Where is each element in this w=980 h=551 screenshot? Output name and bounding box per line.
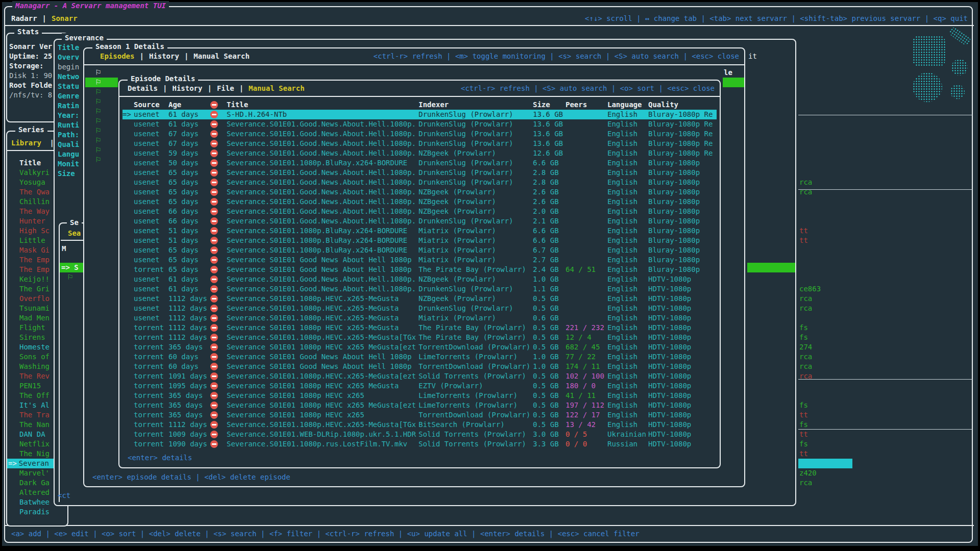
release-row[interactable]: usenet66 daysSeverance.S01E01.Good.News.… <box>122 216 717 226</box>
tab-radarr[interactable]: Radarr <box>11 14 37 22</box>
selected-episode-row-fragment[interactable]: ⚐ <box>85 78 118 87</box>
tab-sonarr[interactable]: Sonarr <box>52 14 78 22</box>
selected-episode-row-right-fragment <box>723 78 744 87</box>
cell-title: Severance.S01E01.Good.News.About.Hell.10… <box>227 187 419 197</box>
release-row[interactable]: torrent60 daysSeverance S01E01 Good News… <box>122 352 717 362</box>
cell-rejected <box>210 430 227 439</box>
release-row[interactable]: torrent1091 daysSeverance.S01E01.1080p.H… <box>122 371 717 381</box>
release-row[interactable]: usenet67 daysSeverance.S01E01.Good.News.… <box>122 139 717 148</box>
tab-season-history[interactable]: History <box>149 52 179 60</box>
release-row[interactable]: usenet67 daysSeverance.S01E01.Good.News.… <box>122 129 717 139</box>
release-row[interactable]: usenet66 daysSeverance.S01E01.Good.News.… <box>122 207 717 216</box>
release-row[interactable]: usenet51 daysSeverance.S01E01.1080p.BluR… <box>122 236 717 245</box>
cell-indexer: Miatrix (Prowlarr) <box>419 255 533 265</box>
cell-indexer: DrunkenSlug (Prowlarr) <box>419 110 533 119</box>
tab-library[interactable]: Library <box>11 139 41 147</box>
cell-title: Severance S01E01 1080p HEVC x265-MeGusta <box>227 323 419 333</box>
rejected-icon <box>210 246 218 254</box>
cell-source: usenet <box>134 178 168 187</box>
release-row[interactable]: usenet65 daysSeverance.S01E01.Good.News.… <box>122 187 717 197</box>
header-source[interactable]: Source <box>134 100 168 110</box>
series-item[interactable]: Paradis <box>7 507 67 517</box>
cell-size: 2.6 GB <box>533 197 566 207</box>
release-row[interactable]: usenet1112 daysSeverance.S01E01.1080p.HE… <box>122 304 717 313</box>
seasons-title-fragment: Se <box>67 218 82 228</box>
release-row[interactable]: usenet61 daysSeverance.S01E01.Good.News.… <box>122 119 717 129</box>
release-row[interactable]: torrent365 daysSeverance S01E01 1080p HE… <box>122 400 717 410</box>
header-peers[interactable]: Peers <box>566 100 607 110</box>
cell-title: Severance S01E01 Good News About Hell 10… <box>227 352 419 362</box>
release-row[interactable]: usenet65 daysSeverance.S01E01.Good.News.… <box>122 178 717 187</box>
cell-source: torrent <box>134 333 168 342</box>
rejected-icon <box>210 411 218 419</box>
release-row[interactable]: torrent1112 daysSeverance S01E01 1080p H… <box>122 323 717 333</box>
release-row[interactable]: usenet61 daysSeverance.S01E01.Good.News.… <box>122 284 717 294</box>
release-row[interactable]: usenet65 daysSeverance.S01E01.Good.News.… <box>122 168 717 178</box>
servarr-tabs: Radarr|Sonarr <box>11 14 78 23</box>
rejected-icon <box>210 111 218 118</box>
cell-size: 1.0 GB <box>533 362 566 371</box>
cell-peers: 180 / 0 <box>566 381 607 391</box>
cell-rejected <box>210 226 227 236</box>
cell-rejected <box>210 284 227 294</box>
header-language[interactable]: Language <box>607 100 648 110</box>
tab-details[interactable]: Details <box>128 84 158 92</box>
header-rejected[interactable] <box>210 100 227 110</box>
cell-age: 365 days <box>168 342 210 352</box>
cell-size: 0.5 GB <box>533 323 566 333</box>
tab-episode-history[interactable]: History <box>172 84 202 92</box>
logo-dot-icon <box>951 59 968 76</box>
season-tabs-divider <box>84 64 744 65</box>
tab-manual-search[interactable]: Manual Search <box>249 84 305 92</box>
release-row[interactable]: torrent1090 daysSeverance.S01E01.1080p.r… <box>122 439 717 449</box>
release-row[interactable]: torrent1112 daysSeverance.S01E01.1080p.H… <box>122 333 717 342</box>
cell-rejected <box>210 410 227 420</box>
cell-quality: Bluray-1080p <box>648 226 717 236</box>
header-title[interactable]: Title <box>227 100 419 110</box>
release-row[interactable]: usenet65 daysSeverance.S01E01.1080p.BluR… <box>122 245 717 255</box>
release-row[interactable]: usenet65 daysSeverance.S01E01.Good.News.… <box>122 197 717 207</box>
release-row[interactable]: usenet1112 daysSeverance.S01E01.1080p.HE… <box>122 294 717 304</box>
release-row[interactable]: torrent1095 daysSeverance S01E01 1080p H… <box>122 381 717 391</box>
rejected-icon <box>210 363 218 370</box>
release-row[interactable]: torrent1009 daysSeverance.S01E01.WEB-DLR… <box>122 430 717 439</box>
severance-label: Monit <box>58 159 84 169</box>
series-item-label: Tsunami <box>19 304 50 312</box>
release-row[interactable]: usenet51 daysSeverance.S01E01.1080p.BluR… <box>122 226 717 236</box>
tab-file[interactable]: File <box>217 84 234 92</box>
series-item-label: Severan <box>19 459 49 467</box>
series-item-label: The Emp <box>19 256 50 264</box>
release-row[interactable]: usenet50 daysSeverance.S01E01.1080p.BluR… <box>122 158 717 168</box>
release-row[interactable]: =>usenet61 daysS-HD.H.264-NTbDrunkenSlug… <box>122 110 717 119</box>
cell-language: English <box>607 333 648 342</box>
header-size[interactable]: Size <box>533 100 566 110</box>
release-row[interactable]: torrent365 daysSeverance S01E01 1080p HE… <box>122 342 717 352</box>
release-row[interactable]: torrent60 daysSeverance S01E01 Good News… <box>122 362 717 371</box>
cell-quality: Bluray-1080p <box>648 245 717 255</box>
release-row[interactable]: usenet65 daysSeverance S01E01 Good News … <box>122 255 717 265</box>
series-row-fragment: fs <box>799 333 808 342</box>
cell-title: Severance.S01E01.Good.News.About.Hell.10… <box>227 129 419 139</box>
cell-quality: Bluray-1080p Re <box>648 139 717 148</box>
release-row[interactable]: usenet61 daysSeverance.S01E01.Good.News.… <box>122 274 717 284</box>
tab-season-manual-search[interactable]: Manual Search <box>193 52 250 60</box>
release-row[interactable]: usenet59 daysSeverance.S01E01.Good.News.… <box>122 148 717 158</box>
cell-source: torrent <box>134 400 168 410</box>
cell-age: 1112 days <box>168 304 210 313</box>
rejected-icon <box>210 353 218 361</box>
release-row[interactable]: usenet1112 daysSeverance.S01E01.1080p.HE… <box>122 313 717 323</box>
release-row[interactable]: torrent365 daysSeverance S01E01 1080p HE… <box>122 391 717 400</box>
cell-title: Severance.S01E01.1080p.HEVC.x265-MeGusta… <box>227 333 419 342</box>
header-age[interactable]: Age <box>168 100 210 110</box>
release-row[interactable]: torrent65 daysSeverance S01E01 Good News… <box>122 265 717 274</box>
series-item-label: Batwhee <box>19 498 50 506</box>
selected-season-row-fragment[interactable]: => S <box>60 263 83 272</box>
release-row[interactable]: torrent1112 daysSeverance.S01E01.1080p.H… <box>122 420 717 430</box>
header-indexer[interactable]: Indexer <box>419 100 533 110</box>
cell-peers: 221 / 232 <box>566 323 607 333</box>
header-quality[interactable]: Quality <box>648 100 717 110</box>
tab-episodes[interactable]: Episodes <box>100 52 134 60</box>
release-row[interactable]: torrent365 daysSeverance S01E01 1080p HE… <box>122 410 717 420</box>
cell-source: usenet <box>134 197 168 207</box>
series-item-label: It's Al <box>19 401 50 409</box>
